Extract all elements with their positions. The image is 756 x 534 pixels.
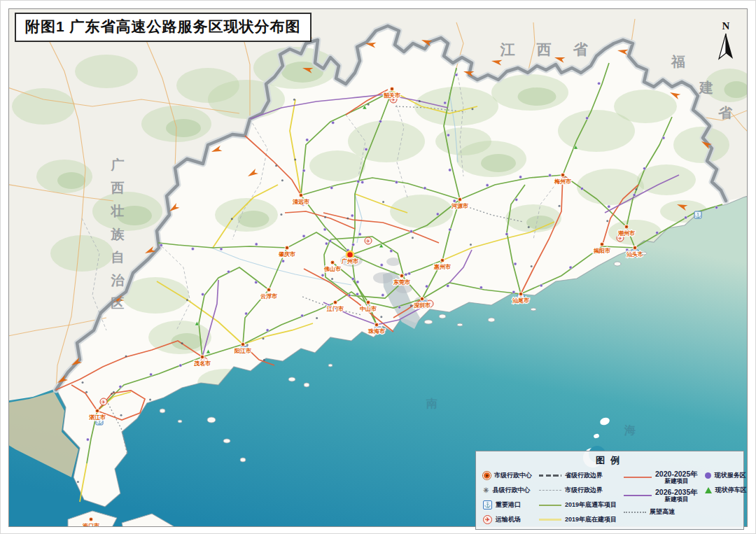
legend-item: 展望高速 <box>624 505 698 519</box>
legend-label: 省级行政边界 <box>565 471 603 480</box>
county-center-icon: ✳ <box>483 487 489 494</box>
svg-text:海口市: 海口市 <box>82 522 99 527</box>
legend-label: 2019年底通车项目 <box>565 500 617 510</box>
service-area-dot-icon <box>705 472 711 479</box>
city-boundary-line-icon <box>539 490 561 491</box>
legend-label: 2026-2035年 新建项目 <box>655 489 698 503</box>
screenshot-root: ⚓⚓⚓⚓⚓⚓⚓✈✈✈✈✈✈✈广州市韶关市清远市河源市梅州市潮州市汕头市揭阳市汕尾… <box>0 0 756 534</box>
svg-text:区: 区 <box>111 296 125 311</box>
airport-icon: ✈ <box>483 515 492 524</box>
svg-text:南: 南 <box>426 398 438 409</box>
svg-text:壮: 壮 <box>111 204 125 218</box>
legend-item: 现状停车区 <box>705 483 747 498</box>
svg-text:江: 江 <box>500 41 515 57</box>
svg-text:清远市: 清远市 <box>292 198 309 205</box>
legend-item: ✳ 县级行政中心 <box>483 483 532 498</box>
legend: 图例 市级行政中心 ✳ 县级行政中心 ⚓ 重要港口 ✈ 运输机场 <box>475 451 744 530</box>
legend-label: 重要港口 <box>496 500 521 510</box>
legend-item: 现状服务区 <box>705 468 747 483</box>
legend-label: 县级行政中心 <box>492 486 530 495</box>
north-arrow-icon <box>717 32 735 62</box>
svg-text:广: 广 <box>111 157 125 172</box>
dotted-line-icon <box>624 512 646 513</box>
city-center-icon <box>483 472 491 479</box>
legend-col-projects: 2020-2025年 新建项目 2026-2035年 新建项目 展望高速 <box>624 468 698 527</box>
svg-text:惠州市: 惠州市 <box>433 263 451 270</box>
legend-item: 市级行政中心 <box>483 468 532 483</box>
legend-col-points: 市级行政中心 ✳ 县级行政中心 ⚓ 重要港口 ✈ 运输机场 <box>483 468 532 527</box>
svg-text:自: 自 <box>111 250 125 265</box>
legend-item: 省级行政边界 <box>539 468 617 483</box>
svg-text:中山市: 中山市 <box>360 305 377 312</box>
svg-text:揭阳市: 揭阳市 <box>593 247 610 254</box>
svg-text:佛山市: 佛山市 <box>323 265 341 272</box>
legend-col-boundaries: 省级行政边界 市级行政边界 2019年底通车项目 2019年底在建项目 <box>539 468 617 527</box>
yellow-line-icon <box>539 519 561 521</box>
legend-label: 现状停车区 <box>715 486 747 495</box>
svg-text:广州市: 广州市 <box>341 258 358 265</box>
legend-item: 2026-2035年 新建项目 <box>624 486 698 505</box>
svg-text:潮州市: 潮州市 <box>617 230 635 237</box>
red-line-icon <box>624 477 652 478</box>
parking-area-triangle-icon <box>705 487 712 493</box>
map-frame: ⚓⚓⚓⚓⚓⚓⚓✈✈✈✈✈✈✈广州市韶关市清远市河源市梅州市潮州市汕头市揭阳市汕尾… <box>8 8 748 527</box>
svg-text:西: 西 <box>111 181 125 195</box>
legend-item: 2019年底通车项目 <box>539 498 617 512</box>
svg-text:东莞市: 东莞市 <box>393 279 410 286</box>
svg-text:⚓: ⚓ <box>695 212 701 218</box>
province-boundary-line-icon <box>539 475 561 477</box>
legend-label: 运输机场 <box>496 515 521 524</box>
svg-text:珠海市: 珠海市 <box>368 328 385 335</box>
svg-text:建: 建 <box>698 80 713 95</box>
purple-line-icon <box>624 495 652 496</box>
legend-label: 2020-2025年 新建项目 <box>655 470 698 484</box>
svg-text:族: 族 <box>111 227 125 241</box>
svg-text:✈: ✈ <box>102 400 106 405</box>
svg-text:✈: ✈ <box>366 239 370 244</box>
legend-item: 2020-2025年 新建项目 <box>624 468 698 486</box>
legend-label: 展望高速 <box>650 507 675 517</box>
legend-col-areas: 现状服务区 现状停车区 <box>705 468 747 527</box>
svg-text:海: 海 <box>624 424 636 436</box>
north-label: N <box>712 20 740 32</box>
svg-text:茂名市: 茂名市 <box>193 360 211 367</box>
svg-text:梅州市: 梅州市 <box>554 178 571 185</box>
legend-body: 市级行政中心 ✳ 县级行政中心 ⚓ 重要港口 ✈ 运输机场 省级行 <box>483 468 738 527</box>
legend-item: ⚓ 重要港口 <box>483 498 532 512</box>
port-icon: ⚓ <box>483 500 492 510</box>
svg-text:省: 省 <box>718 105 733 120</box>
legend-item: ✈ 运输机场 <box>483 512 532 527</box>
legend-label: 市级行政中心 <box>494 471 532 480</box>
legend-item: 市级行政边界 <box>539 483 617 498</box>
north-arrow: N <box>712 20 740 64</box>
svg-text:阳江市: 阳江市 <box>234 347 251 354</box>
legend-label: 市级行政边界 <box>565 486 603 495</box>
legend-label: 2019年底在建项目 <box>565 515 617 524</box>
svg-text:河源市: 河源市 <box>451 202 468 209</box>
svg-text:福: 福 <box>671 54 685 69</box>
map-title: 附图1 广东省高速公路服务区现状分布图 <box>15 13 312 42</box>
svg-text:治: 治 <box>111 273 125 288</box>
legend-item: 2019年底在建项目 <box>539 512 617 527</box>
map-canvas: ⚓⚓⚓⚓⚓⚓⚓✈✈✈✈✈✈✈广州市韶关市清远市河源市梅州市潮州市汕头市揭阳市汕尾… <box>8 8 748 527</box>
svg-text:西: 西 <box>536 41 552 57</box>
legend-label: 现状服务区 <box>715 471 746 480</box>
svg-text:云浮市: 云浮市 <box>260 293 277 300</box>
legend-title: 图例 <box>483 454 738 467</box>
svg-text:湛江市: 湛江市 <box>88 414 106 421</box>
svg-text:韶关市: 韶关市 <box>384 92 400 99</box>
svg-text:汕尾市: 汕尾市 <box>512 297 529 304</box>
svg-text:省: 省 <box>573 41 589 57</box>
green-line-icon <box>539 505 561 506</box>
svg-text:汕头市: 汕头市 <box>626 251 643 258</box>
svg-text:深圳市: 深圳市 <box>414 302 430 309</box>
svg-text:肇庆市: 肇庆市 <box>278 251 295 258</box>
svg-text:江门市: 江门市 <box>326 305 344 312</box>
